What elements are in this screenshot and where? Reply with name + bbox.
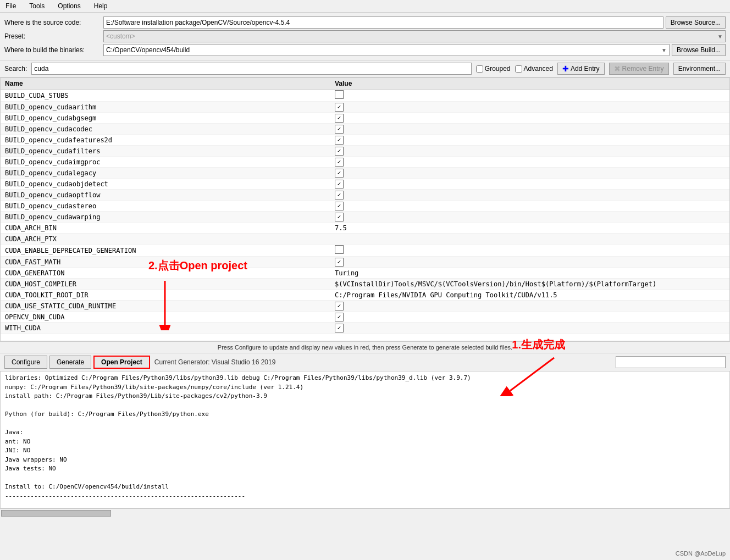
generate-button[interactable]: Generate <box>49 356 91 369</box>
menu-options[interactable]: Options <box>56 1 82 11</box>
table-row[interactable]: BUILD_opencv_cudalegacy✓ <box>1 168 729 179</box>
source-input[interactable] <box>103 16 663 29</box>
remove-icon: ✖ <box>614 64 621 73</box>
table-row[interactable]: BUILD_opencv_cudaobjdetect✓ <box>1 179 729 190</box>
output-line: Java: <box>5 428 725 437</box>
browse-build-button[interactable]: Browse Build... <box>672 44 726 56</box>
cell-value[interactable]: ✓ <box>335 114 725 123</box>
menu-file[interactable]: File <box>3 1 18 11</box>
cell-value[interactable]: ✓ <box>335 258 725 267</box>
cell-value[interactable]: ✓ <box>335 169 725 178</box>
table-row[interactable]: CUDA_ENABLE_DEPRECATED_GENERATION <box>1 245 729 257</box>
grouped-checkbox-label[interactable]: Grouped <box>476 65 511 73</box>
checkbox-cell[interactable]: ✓ <box>335 136 344 145</box>
form-section: Where is the source code: Browse Source.… <box>0 13 730 60</box>
checkbox-cell[interactable]: ✓ <box>335 313 344 321</box>
grouped-label: Grouped <box>485 65 511 73</box>
cell-value[interactable]: ✓ <box>335 213 725 221</box>
table-row[interactable]: BUILD_opencv_cudaarithm✓ <box>1 102 729 113</box>
checkbox-cell[interactable]: ✓ <box>335 125 344 134</box>
cell-value[interactable] <box>335 245 725 256</box>
build-dropdown[interactable]: C:/OpenCV/opencv454/build ▼ <box>103 44 670 56</box>
checkbox-cell[interactable]: ✓ <box>335 191 344 199</box>
advanced-checkbox[interactable] <box>515 65 522 73</box>
table-row[interactable]: WITH_CUDA✓ <box>1 323 729 334</box>
table-row[interactable]: CUDA_FAST_MATH✓ <box>1 257 729 268</box>
checkbox-cell[interactable] <box>335 90 344 99</box>
preset-dropdown[interactable]: <custom> ▼ <box>103 30 726 42</box>
checkbox-cell[interactable]: ✓ <box>335 158 344 167</box>
configure-button[interactable]: Configure <box>4 356 47 369</box>
advanced-checkbox-label[interactable]: Advanced <box>515 65 553 73</box>
generator-search-input[interactable] <box>616 356 726 368</box>
table-row[interactable]: CUDA_ARCH_PTX <box>1 234 729 245</box>
menu-help[interactable]: Help <box>92 1 110 11</box>
cell-value[interactable]: ✓ <box>335 302 725 311</box>
checkbox-cell[interactable]: ✓ <box>335 302 344 311</box>
cell-value: 7.5 <box>335 224 725 232</box>
checkbox-cell[interactable]: ✓ <box>335 114 344 123</box>
build-label: Where to build the binaries: <box>4 46 103 54</box>
cell-name: BUILD_opencv_cudalegacy <box>5 169 335 177</box>
cell-value[interactable]: ✓ <box>335 313 725 321</box>
checkmark-icon: ✓ <box>338 313 341 320</box>
table-row[interactable]: CUDA_TOOLKIT_ROOT_DIRC:/Program Files/NV… <box>1 290 729 301</box>
checkbox-cell[interactable]: ✓ <box>335 202 344 210</box>
table-row[interactable]: CUDA_GENERATIONTuring <box>1 268 729 279</box>
table-row[interactable]: BUILD_opencv_cudaimgproc✓ <box>1 157 729 168</box>
table-row[interactable]: BUILD_opencv_cudafilters✓ <box>1 146 729 157</box>
checkbox-cell[interactable]: ✓ <box>335 324 344 332</box>
checkmark-icon: ✓ <box>338 169 341 176</box>
cell-value[interactable]: ✓ <box>335 147 725 156</box>
scrollbar-thumb[interactable] <box>1 510 111 517</box>
horizontal-scrollbar[interactable] <box>0 508 730 517</box>
checkbox-cell[interactable]: ✓ <box>335 147 344 156</box>
checkbox-cell[interactable]: ✓ <box>335 258 344 267</box>
output-line: Java wrappers: NO <box>5 456 725 465</box>
cell-name: CUDA_ARCH_PTX <box>5 235 335 243</box>
remove-entry-button[interactable]: ✖ Remove Entry <box>609 63 669 75</box>
cell-value[interactable]: ✓ <box>335 180 725 188</box>
build-value: C:/OpenCV/opencv454/build <box>106 46 190 54</box>
checkbox-cell[interactable]: ✓ <box>335 103 344 112</box>
add-entry-button[interactable]: ✚ Add Entry <box>557 63 605 75</box>
menu-tools[interactable]: Tools <box>27 1 47 11</box>
cell-name: CUDA_ARCH_BIN <box>5 224 335 232</box>
table-row[interactable]: BUILD_opencv_cudastereo✓ <box>1 201 729 212</box>
output-line <box>5 419 725 429</box>
status-bar: Press Configure to update and display ne… <box>0 341 730 353</box>
search-input[interactable] <box>31 63 471 75</box>
open-project-button[interactable]: Open Project <box>93 356 150 369</box>
checkbox-cell[interactable]: ✓ <box>335 213 344 221</box>
environment-button[interactable]: Environment... <box>673 63 726 75</box>
table-row[interactable]: CUDA_ARCH_BIN7.5 <box>1 223 729 234</box>
browse-source-button[interactable]: Browse Source... <box>666 16 726 29</box>
table-row[interactable]: BUILD_opencv_cudawarping✓ <box>1 212 729 223</box>
table-row[interactable]: CUDA_USE_STATIC_CUDA_RUNTIME✓ <box>1 301 729 312</box>
table-row[interactable]: OPENCV_DNN_CUDA✓ <box>1 312 729 323</box>
output-line: Java tests: NO <box>5 464 725 474</box>
cell-name: CUDA_ENABLE_DEPRECATED_GENERATION <box>5 247 335 254</box>
cell-value[interactable]: ✓ <box>335 191 725 199</box>
checkbox-cell[interactable] <box>335 245 344 254</box>
cell-value[interactable]: ✓ <box>335 324 725 332</box>
checkbox-cell[interactable]: ✓ <box>335 169 344 178</box>
cell-name: BUILD_opencv_cudaobjdetect <box>5 180 335 188</box>
cell-name: BUILD_opencv_cudafilters <box>5 147 335 155</box>
table-row[interactable]: BUILD_opencv_cudafeatures2d✓ <box>1 135 729 146</box>
cell-value[interactable]: ✓ <box>335 202 725 210</box>
cell-value[interactable]: ✓ <box>335 103 725 112</box>
grouped-checkbox[interactable] <box>476 65 483 73</box>
cell-value[interactable] <box>335 90 725 101</box>
cell-value[interactable]: ✓ <box>335 158 725 167</box>
cell-value[interactable]: ✓ <box>335 125 725 134</box>
table-row[interactable]: BUILD_opencv_cudaoptflow✓ <box>1 190 729 201</box>
checkbox-cell[interactable]: ✓ <box>335 180 344 188</box>
checkmark-icon: ✓ <box>338 324 341 331</box>
table-body: BUILD_CUDA_STUBSBUILD_opencv_cudaarithm✓… <box>1 90 729 334</box>
table-row[interactable]: BUILD_CUDA_STUBS <box>1 90 729 102</box>
table-row[interactable]: BUILD_opencv_cudacodec✓ <box>1 124 729 135</box>
table-row[interactable]: CUDA_HOST_COMPILER$(VCInstallDir)Tools/M… <box>1 279 729 290</box>
table-row[interactable]: BUILD_opencv_cudabgsegm✓ <box>1 113 729 124</box>
cell-value[interactable]: ✓ <box>335 136 725 145</box>
